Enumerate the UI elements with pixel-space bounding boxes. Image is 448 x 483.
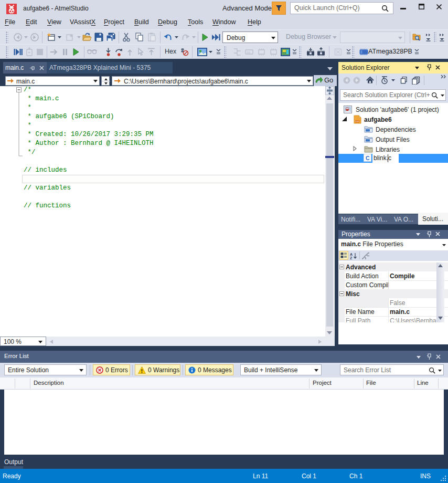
svg-text:A: A — [350, 253, 353, 256]
svg-text:0X: 0X — [247, 51, 250, 54]
svg-text:Z: Z — [350, 256, 353, 260]
